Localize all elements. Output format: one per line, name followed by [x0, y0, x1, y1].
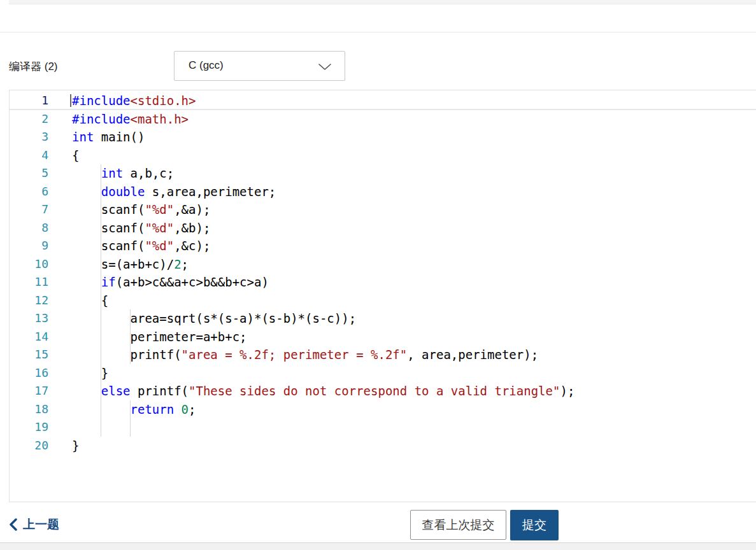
line-number: 1 [10, 92, 48, 110]
indent-guide [130, 309, 131, 328]
code-text: if(a+b>c&&a+c>b&&b+c>a) [10, 275, 269, 289]
line-number: 4 [10, 146, 48, 165]
line-number: 14 [10, 328, 48, 346]
line-number: 18 [10, 400, 48, 419]
code-text: else printf("These sides do not correspo… [10, 384, 574, 398]
indent-guide [130, 346, 131, 364]
code-line[interactable]: 4{ [10, 146, 756, 165]
code-line[interactable]: 2#include<math.h> [10, 110, 756, 129]
indent-guide [101, 400, 101, 419]
line-number: 7 [10, 201, 48, 219]
code-line[interactable]: 13 area=sqrt(s*(s-a)*(s-b)*(s-c)); [10, 309, 756, 328]
line-number: 13 [10, 309, 48, 328]
indent-guide [101, 309, 101, 328]
language-dropdown[interactable]: C (gcc) [174, 51, 345, 81]
indent-guide [101, 273, 101, 292]
code-line[interactable]: 1#include<stdio.h> [10, 92, 756, 110]
indent-guide [130, 328, 131, 346]
code-line[interactable]: 19 [10, 418, 756, 437]
indent-guide [101, 201, 101, 219]
section-divider [0, 32, 756, 32]
code-line[interactable]: 3int main() [10, 128, 756, 146]
line-number: 20 [10, 437, 48, 455]
code-line[interactable]: 10 s=(a+b+c)/2; [10, 255, 756, 274]
line-number: 19 [10, 418, 48, 437]
code-line[interactable]: 16 } [10, 364, 756, 383]
line-number: 8 [10, 219, 48, 237]
code-line[interactable]: 15 printf("area = %.2f; perimeter = %.2f… [10, 346, 756, 364]
line-number: 17 [10, 382, 48, 400]
code-line[interactable]: 11 if(a+b>c&&a+c>b&&b+c>a) [10, 273, 756, 292]
indent-guide [101, 418, 101, 437]
bottom-partial-strip [0, 542, 756, 550]
text-cursor [70, 94, 71, 107]
indent-guide [101, 164, 101, 183]
line-number: 12 [10, 292, 48, 310]
indent-guide [101, 255, 101, 274]
indent-guide [101, 237, 101, 255]
indent-guide [130, 418, 131, 437]
code-editor[interactable]: 1#include<stdio.h>2#include<math.h>3int … [9, 90, 756, 502]
indent-guide [130, 400, 131, 419]
code-line[interactable]: 7 scanf("%d",&a); [10, 201, 756, 219]
indent-guide [101, 219, 101, 237]
code-editor-rows: 1#include<stdio.h>2#include<math.h>3int … [10, 90, 756, 455]
code-line[interactable]: 20} [10, 437, 756, 455]
line-number: 15 [10, 346, 48, 364]
indent-guide [101, 328, 101, 346]
line-number: 2 [10, 110, 48, 129]
code-text: area=sqrt(s*(s-a)*(s-b)*(s-c)); [10, 311, 356, 325]
code-line[interactable]: 8 scanf("%d",&b); [10, 219, 756, 237]
line-number: 10 [10, 255, 48, 274]
line-number: 5 [10, 164, 48, 183]
chevron-left-icon [9, 518, 17, 531]
line-number: 11 [10, 273, 48, 292]
previous-question-link[interactable]: 上一题 [9, 516, 59, 533]
code-line[interactable]: 14 perimeter=a+b+c; [10, 328, 756, 346]
line-number: 3 [10, 128, 48, 146]
code-line[interactable]: 5 int a,b,c; [10, 164, 756, 183]
submit-button[interactable]: 提交 [510, 510, 559, 540]
code-line[interactable]: 9 scanf("%d",&c); [10, 237, 756, 255]
indent-guide [101, 183, 101, 201]
indent-guide [101, 382, 101, 400]
top-partial-strip [9, 0, 756, 4]
language-dropdown-value: C (gcc) [189, 59, 224, 72]
code-text: printf("area = %.2f; perimeter = %.2f", … [10, 348, 538, 362]
code-line[interactable]: 17 else printf("These sides do not corre… [10, 382, 756, 400]
code-line[interactable]: 12 { [10, 292, 756, 310]
chevron-down-icon [318, 63, 332, 71]
code-line[interactable]: 6 double s,area,perimeter; [10, 183, 756, 201]
code-text: double s,area,perimeter; [10, 185, 276, 199]
indent-guide [101, 364, 101, 383]
code-line[interactable]: 18 return 0; [10, 400, 756, 419]
line-number: 9 [10, 237, 48, 255]
indent-guide [101, 346, 101, 364]
line-number: 16 [10, 364, 48, 383]
line-number: 6 [10, 183, 48, 201]
previous-question-label: 上一题 [23, 516, 59, 533]
compiler-label: 编译器 (2) [9, 59, 58, 74]
view-last-submission-button[interactable]: 查看上次提交 [410, 510, 506, 540]
indent-guide [101, 292, 101, 310]
